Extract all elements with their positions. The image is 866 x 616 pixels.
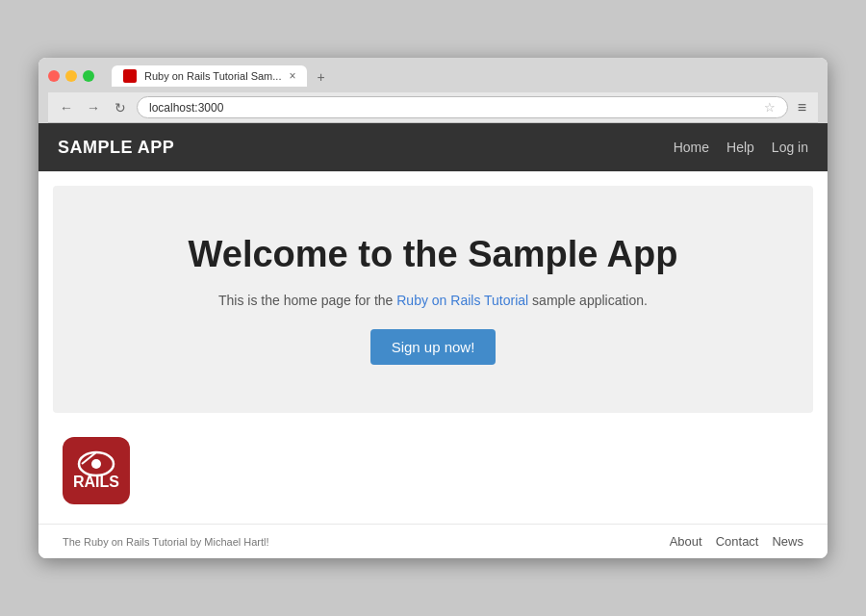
hero-title: Welcome to the Sample App xyxy=(91,234,775,275)
footer-links: About Contact News xyxy=(670,534,803,549)
app-brand[interactable]: SAMPLE APP xyxy=(58,138,674,158)
hero-subtitle-end: sample application. xyxy=(528,293,648,308)
bookmark-icon[interactable]: ☆ xyxy=(764,100,776,115)
tab-favicon xyxy=(123,69,137,83)
maximize-traffic-light[interactable] xyxy=(83,70,94,82)
app-content: SAMPLE APP Home Help Log in Welcome to t… xyxy=(38,123,828,558)
svg-point-3 xyxy=(91,459,101,469)
forward-button[interactable]: → xyxy=(83,97,104,118)
reload-button[interactable]: ↻ xyxy=(110,97,131,118)
minimize-traffic-light[interactable] xyxy=(65,70,77,82)
active-tab[interactable]: Ruby on Rails Tutorial Sam... × xyxy=(112,65,307,87)
svg-rect-0 xyxy=(63,437,130,504)
browser-window: Ruby on Rails Tutorial Sam... × + ← → ↻ … xyxy=(38,58,828,558)
nav-home[interactable]: Home xyxy=(674,140,709,155)
footer-contact[interactable]: Contact xyxy=(716,534,759,549)
tab-bar: Ruby on Rails Tutorial Sam... × + xyxy=(112,65,818,87)
app-footer: The Ruby on Rails Tutorial by Michael Ha… xyxy=(38,524,828,558)
browser-chrome: Ruby on Rails Tutorial Sam... × + ← → ↻ … xyxy=(38,58,828,123)
hero-subtitle-start: This is the home page for the xyxy=(218,293,396,308)
footer-about[interactable]: About xyxy=(670,534,702,549)
signup-button[interactable]: Sign up now! xyxy=(370,329,497,365)
browser-titlebar: Ruby on Rails Tutorial Sam... × + xyxy=(48,65,818,87)
back-button[interactable]: ← xyxy=(56,97,77,118)
hero-subtitle: This is the home page for the Ruby on Ra… xyxy=(91,293,775,308)
tab-close-button[interactable]: × xyxy=(289,69,295,83)
app-body: RAILS xyxy=(38,427,828,524)
tab-title: Ruby on Rails Tutorial Sam... xyxy=(144,70,281,82)
browser-menu-button[interactable]: ≡ xyxy=(794,97,810,118)
footer-text: The Ruby on Rails Tutorial by Michael Ha… xyxy=(63,536,670,548)
browser-toolbar: ← → ↻ localhost:3000 ☆ ≡ xyxy=(48,92,818,123)
rails-tutorial-link[interactable]: Ruby on Rails Tutorial xyxy=(396,293,528,308)
hero-section: Welcome to the Sample App This is the ho… xyxy=(53,186,813,413)
rails-logo: RAILS xyxy=(63,437,130,504)
address-bar[interactable]: localhost:3000 ☆ xyxy=(137,96,788,118)
nav-help[interactable]: Help xyxy=(726,140,754,155)
address-text: localhost:3000 xyxy=(149,101,758,115)
traffic-lights xyxy=(48,70,94,82)
footer-news[interactable]: News xyxy=(772,534,803,549)
app-navbar: SAMPLE APP Home Help Log in xyxy=(38,123,828,171)
nav-login[interactable]: Log in xyxy=(772,140,808,155)
nav-links: Home Help Log in xyxy=(674,140,808,155)
rails-logo-container: RAILS xyxy=(63,437,130,504)
new-tab-button[interactable]: + xyxy=(311,67,330,87)
close-traffic-light[interactable] xyxy=(48,70,60,82)
